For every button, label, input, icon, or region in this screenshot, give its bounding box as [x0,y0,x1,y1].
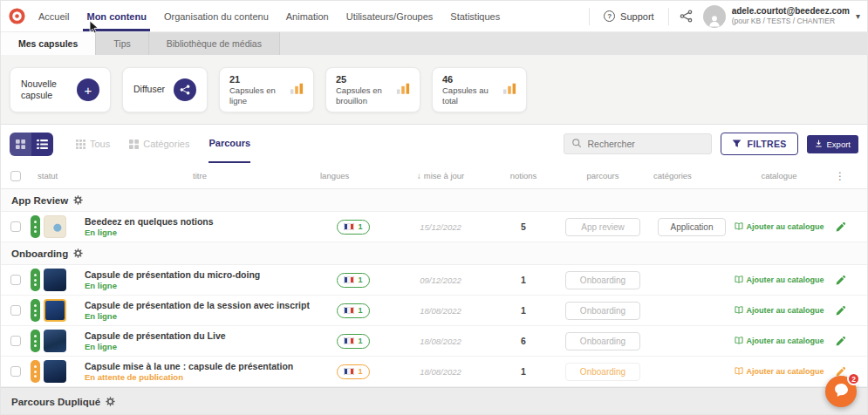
filter-tous[interactable]: Tous [76,125,110,163]
nav-item-animation[interactable]: Animation [286,1,329,31]
chat-bubble-icon [834,383,849,401]
parcours-pill[interactable]: App review [565,218,640,236]
column-mise-a-jour[interactable]: ↓ mise à jour [392,171,489,180]
nav-item-mon-contenu[interactable]: Mon contenu [86,1,146,31]
support-button[interactable]: ? Support [598,10,660,22]
user-email: adele.courtot@beedeez.com [732,6,850,17]
beedeez-logo-icon[interactable] [8,1,26,31]
edit-pencil-icon[interactable] [835,305,846,316]
add-to-catalogue-link[interactable]: Ajouter au catalogue [735,306,824,316]
stat-card-capsules-total: 46 Capsules au total [432,67,527,112]
french-flag-icon [344,307,354,314]
new-capsule-card[interactable]: Nouvelle capsule + [10,67,111,112]
add-to-catalogue-link[interactable]: Ajouter au catalogue [735,337,824,346]
parcours-pill[interactable]: Onboarding [565,363,640,381]
capsule-thumbnail[interactable] [44,360,66,383]
share-icon[interactable] [174,78,196,101]
category-pill[interactable]: Application [658,218,726,236]
diffuse-label: Diffuser [133,84,165,95]
language-badge: 1 [337,334,369,349]
capsule-title[interactable]: Capsule de présentation de la session av… [85,300,310,310]
main-nav: Accueil Mon contenu Organisation du cont… [38,1,500,31]
share-network-icon[interactable] [678,10,694,23]
french-flag-icon [344,368,354,375]
stat-count: 46 [442,74,495,85]
section-header-app-review: App Review [1,189,867,212]
nav-item-utilisateurs[interactable]: Utilisateurs/Groupes [346,1,434,31]
notions-count: 5 [521,221,526,232]
add-to-catalogue-link[interactable]: Ajouter au catalogue [735,276,824,285]
download-icon [815,139,823,149]
notions-count: 1 [521,275,526,285]
add-to-catalogue-link[interactable]: Ajouter au catalogue [735,222,824,232]
capsule-thumbnail[interactable] [44,215,66,238]
french-flag-icon [344,276,354,283]
bar-chart-icon [502,82,516,99]
capsule-title[interactable]: Capsule mise à la une : capsule de prése… [85,361,293,371]
row-checkbox[interactable] [10,221,21,232]
gear-icon[interactable] [73,248,83,258]
search-input[interactable] [587,139,704,149]
edit-pencil-icon[interactable] [835,275,846,286]
question-icon: ? [604,10,615,22]
nav-item-statistiques[interactable]: Statistiques [450,1,500,31]
plus-icon[interactable]: + [77,78,99,101]
row-checkbox[interactable] [10,366,21,377]
status-badge [31,299,40,322]
search-box[interactable] [564,133,712,154]
row-checkbox[interactable] [10,305,21,316]
tab-tips[interactable]: Tips [96,32,148,55]
parcours-pill[interactable]: Onboarding [565,332,640,350]
row-checkbox[interactable] [10,336,21,346]
gear-icon[interactable] [73,195,83,205]
toolbar-right: FILTRES Export [564,133,858,155]
select-all-checkbox[interactable] [10,171,21,181]
filters-button[interactable]: FILTRES [721,133,797,155]
gear-icon[interactable] [106,397,115,406]
capsule-thumbnail[interactable] [44,269,66,291]
user-context: (pour KB / TESTS / CHANTIER [732,17,850,26]
table-row[interactable]: Capsule de présentation de la session av… [1,296,867,326]
table-row[interactable]: Beedeez en quelques notions En ligne 1 1… [1,212,867,242]
kebab-menu-icon[interactable]: ⋮ [835,170,845,182]
tab-mes-capsules[interactable]: Mes capsules [1,32,96,55]
capsule-title[interactable]: Beedeez en quelques notions [85,216,214,227]
nav-item-accueil[interactable]: Accueil [38,1,69,31]
filter-parcours[interactable]: Parcours [208,125,250,163]
filter-categories[interactable]: Catégories [129,125,189,163]
capsule-thumbnail[interactable] [44,299,66,322]
updated-date: 09/12/2022 [420,276,461,285]
row-checkbox[interactable] [10,275,21,285]
tab-bibliotheque-medias[interactable]: Bibliothèque de médias [149,32,280,55]
stat-count: 21 [229,74,282,85]
parcours-pill[interactable]: Onboarding [565,302,640,320]
chat-widget-button[interactable]: 2 [825,376,857,407]
diffuse-card[interactable]: Diffuser [122,67,208,112]
french-flag-icon [344,223,354,230]
capsule-title[interactable]: Capsule de présentation du Live [85,330,226,341]
add-to-catalogue-link[interactable]: Ajouter au catalogue [735,367,824,377]
column-titre: titre [85,171,315,180]
edit-pencil-icon[interactable] [835,336,846,347]
view-toggle[interactable] [10,133,53,156]
edit-pencil-icon[interactable] [835,221,846,233]
nav-item-organisation[interactable]: Organisation du contenu [164,1,269,31]
export-button[interactable]: Export [807,135,858,153]
grid-view-icon[interactable] [10,133,31,156]
table-row[interactable]: Capsule de présentation du micro-doing E… [1,265,867,296]
column-parcours: parcours [557,171,648,180]
table-row[interactable]: Capsule mise à la une : capsule de prése… [1,357,867,387]
table-row[interactable]: Capsule de présentation du Live En ligne… [1,326,867,357]
notions-count: 1 [521,305,526,316]
updated-date: 15/12/2022 [420,222,461,232]
parcours-pill[interactable]: Onboarding [565,271,640,289]
divider [668,8,669,25]
notions-count: 6 [521,336,526,346]
sort-desc-icon[interactable]: ↓ [417,171,421,180]
user-menu[interactable]: adele.courtot@beedeez.com (pour KB / TES… [703,5,860,28]
list-view-icon[interactable] [31,133,53,156]
status-badge [31,269,40,291]
chevron-down-icon[interactable]: ▾ [856,11,860,21]
capsule-title[interactable]: Capsule de présentation du micro-doing [85,269,260,280]
capsule-thumbnail[interactable] [44,330,66,352]
